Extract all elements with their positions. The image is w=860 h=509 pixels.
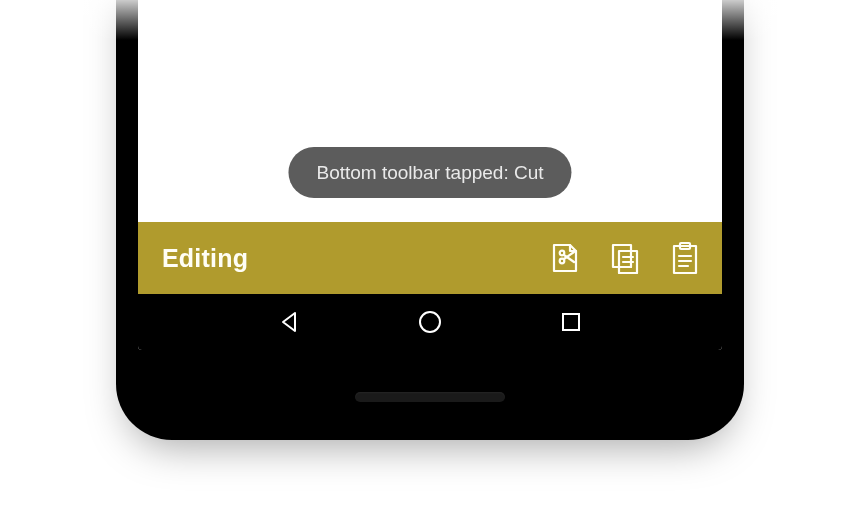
nav-back-button[interactable] <box>275 308 303 336</box>
nav-recents-button[interactable] <box>557 308 585 336</box>
toolbar-actions <box>548 241 702 275</box>
copy-button[interactable] <box>608 241 642 275</box>
toast-message: Bottom toolbar tapped: Cut <box>316 162 543 183</box>
cut-icon <box>549 242 581 274</box>
copy-icon <box>609 242 641 274</box>
svg-point-14 <box>420 312 440 332</box>
svg-rect-15 <box>563 314 579 330</box>
phone-speaker <box>355 392 505 402</box>
square-recents-icon <box>560 311 582 333</box>
toolbar-title: Editing <box>162 244 548 273</box>
cut-button[interactable] <box>548 241 582 275</box>
nav-home-button[interactable] <box>416 308 444 336</box>
paste-icon <box>670 241 700 275</box>
phone-screen: Bottom toolbar tapped: Cut Editing <box>138 0 722 350</box>
toast: Bottom toolbar tapped: Cut <box>288 147 571 198</box>
android-nav-bar <box>138 294 722 350</box>
circle-home-icon <box>417 309 443 335</box>
bottom-toolbar: Editing <box>138 222 722 294</box>
paste-button[interactable] <box>668 241 702 275</box>
triangle-back-icon <box>277 310 301 334</box>
app-content: Bottom toolbar tapped: Cut <box>138 0 722 222</box>
phone-frame: Bottom toolbar tapped: Cut Editing <box>116 0 744 440</box>
